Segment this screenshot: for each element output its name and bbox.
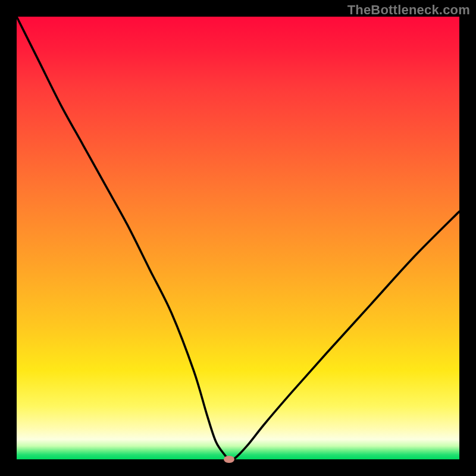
bottleneck-curve: [17, 17, 459, 459]
watermark-text: TheBottleneck.com: [347, 2, 470, 18]
outer-frame: TheBottleneck.com: [0, 0, 476, 476]
plot-area: [17, 17, 459, 459]
minimum-marker: [224, 456, 234, 463]
